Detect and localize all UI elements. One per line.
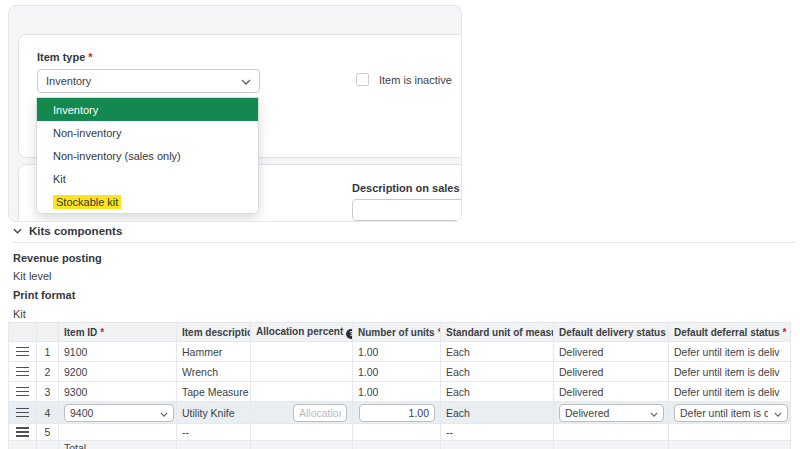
item-inactive-checkbox[interactable] bbox=[356, 73, 369, 86]
allocation-percent-input[interactable] bbox=[293, 404, 347, 422]
delivery-status-cell: Delivered bbox=[554, 342, 669, 362]
drag-cell bbox=[9, 441, 37, 449]
row-number: 4 bbox=[37, 402, 59, 424]
number-of-units-cell bbox=[353, 441, 441, 449]
col-label: Default deferral status bbox=[674, 327, 780, 338]
kit-components-table: Item ID* Item description Allocation per… bbox=[8, 322, 791, 449]
dropdown-option-non-inventory-sales-only[interactable]: Non-inventory (sales only) bbox=[37, 144, 258, 167]
item-id-cell: 9100 bbox=[59, 342, 177, 362]
number-of-units-input[interactable] bbox=[359, 404, 435, 422]
delivery-status-cell: Delivered bbox=[554, 402, 669, 424]
col-item-id: Item ID* bbox=[59, 323, 177, 342]
col-label: Item description bbox=[182, 327, 251, 338]
item-id-select-value: 9400 bbox=[70, 407, 93, 419]
col-standard-unit: Standard unit of measure bbox=[441, 323, 554, 342]
standard-unit-cell: Each bbox=[441, 402, 554, 424]
table-row-editing: 4 9400 Utility Knife Each Delivered bbox=[9, 402, 791, 424]
dropdown-option-label: Inventory bbox=[53, 104, 98, 116]
dropdown-option-label: Kit bbox=[53, 173, 66, 185]
delivery-status-cell bbox=[554, 424, 669, 441]
drag-cell bbox=[9, 402, 37, 424]
row-number: 2 bbox=[37, 362, 59, 382]
drag-handle-icon[interactable] bbox=[16, 427, 29, 437]
allocation-percent-cell bbox=[251, 362, 353, 382]
kits-components-section: Kits components Revenue posting Kit leve… bbox=[0, 222, 800, 449]
table-row: 1 9100 Hammer 1.00 Each Delivered Defer … bbox=[9, 342, 791, 362]
drag-cell bbox=[9, 362, 37, 382]
item-type-label: Item type* bbox=[37, 51, 93, 63]
col-item-description: Item description bbox=[177, 323, 251, 342]
dropdown-option-stockable-kit[interactable]: Stockable kit bbox=[37, 190, 258, 213]
number-of-units-cell: 1.00 bbox=[353, 382, 441, 402]
drag-cell bbox=[9, 342, 37, 362]
standard-unit-cell: Each bbox=[441, 362, 554, 382]
required-asterisk: * bbox=[783, 327, 787, 338]
dropdown-option-label: Non-inventory (sales only) bbox=[53, 150, 181, 162]
revenue-posting-label: Revenue posting bbox=[13, 252, 800, 265]
item-description-cell bbox=[177, 441, 251, 449]
row-number-column-header bbox=[37, 323, 59, 342]
chevron-down-icon bbox=[13, 228, 22, 234]
total-allocation-value: -- bbox=[251, 441, 353, 449]
item-type-select-value: Inventory bbox=[46, 75, 91, 87]
row-number bbox=[37, 441, 59, 449]
col-default-delivery-status: Default delivery status* bbox=[554, 323, 669, 342]
drag-handle-icon[interactable] bbox=[16, 408, 29, 418]
dropdown-option-non-inventory[interactable]: Non-inventory bbox=[37, 121, 258, 144]
delivery-status-select[interactable]: Delivered bbox=[559, 404, 664, 422]
deferral-status-cell: Defer until item is deliv bbox=[669, 382, 791, 402]
chevron-down-icon bbox=[650, 407, 658, 419]
total-label: Total bbox=[59, 441, 177, 449]
help-icon[interactable]: ? bbox=[346, 329, 352, 339]
drag-cell bbox=[9, 382, 37, 402]
dropdown-option-kit[interactable]: Kit bbox=[37, 167, 258, 190]
item-description-cell: -- bbox=[177, 424, 251, 441]
page: Item type* Inventory Item is inactive De… bbox=[0, 0, 800, 449]
item-type-dropdown: Inventory Non-inventory Non-inventory (s… bbox=[36, 97, 259, 214]
delivery-status-value: Delivered bbox=[565, 407, 609, 419]
item-description-cell: Hammer bbox=[177, 342, 251, 362]
item-id-select[interactable]: 9400 bbox=[64, 404, 174, 422]
deferral-status-select[interactable]: Defer until item is deliv bbox=[674, 404, 788, 422]
delivery-status-cell bbox=[554, 441, 669, 449]
description-on-sales-input[interactable] bbox=[352, 199, 462, 221]
table-row: 3 9300 Tape Measure 1.00 Each Delivered … bbox=[9, 382, 791, 402]
number-of-units-cell bbox=[353, 402, 441, 424]
col-label: Item ID bbox=[64, 327, 97, 338]
col-label: Number of units bbox=[358, 327, 435, 338]
col-label: Default delivery status bbox=[559, 327, 666, 338]
item-id-cell: 9300 bbox=[59, 382, 177, 402]
standard-unit-cell: Each bbox=[441, 342, 554, 362]
deferral-status-cell bbox=[669, 424, 791, 441]
row-number: 5 bbox=[37, 424, 59, 441]
number-of-units-cell bbox=[353, 424, 441, 441]
item-id-cell: 9200 bbox=[59, 362, 177, 382]
dropdown-option-label-highlighted: Stockable kit bbox=[53, 195, 121, 209]
dropdown-option-inventory[interactable]: Inventory bbox=[37, 98, 258, 121]
print-format-value: Kit bbox=[13, 308, 800, 321]
delivery-status-cell: Delivered bbox=[554, 362, 669, 382]
deferral-status-cell: Defer until item is deliv bbox=[669, 402, 791, 424]
item-inactive-label: Item is inactive bbox=[379, 74, 452, 86]
item-type-select[interactable]: Inventory bbox=[37, 69, 260, 93]
drag-handle-icon[interactable] bbox=[16, 367, 29, 377]
deferral-status-cell bbox=[669, 441, 791, 449]
revenue-posting-value: Kit level bbox=[13, 270, 800, 283]
col-allocation-percent: Allocation percent? bbox=[251, 323, 353, 342]
required-asterisk: * bbox=[88, 51, 92, 63]
dropdown-option-label: Non-inventory bbox=[53, 127, 121, 139]
item-type-label-text: Item type bbox=[37, 51, 85, 63]
deferral-status-cell: Defer until item is deliv bbox=[669, 342, 791, 362]
col-label: Standard unit of measure bbox=[446, 327, 554, 338]
item-form-panel: Item type* Inventory Item is inactive De… bbox=[8, 5, 462, 222]
drag-handle-icon[interactable] bbox=[16, 387, 29, 397]
number-of-units-cell: 1.00 bbox=[353, 362, 441, 382]
kits-components-title: Kits components bbox=[29, 225, 122, 237]
allocation-percent-cell bbox=[251, 424, 353, 441]
drag-handle-icon[interactable] bbox=[16, 347, 29, 357]
deferral-status-value: Defer until item is deliv bbox=[680, 407, 768, 419]
col-number-of-units: Number of units* bbox=[353, 323, 441, 342]
allocation-percent-cell bbox=[251, 402, 353, 424]
kits-components-header[interactable]: Kits components bbox=[13, 225, 795, 243]
item-id-cell bbox=[59, 424, 177, 441]
